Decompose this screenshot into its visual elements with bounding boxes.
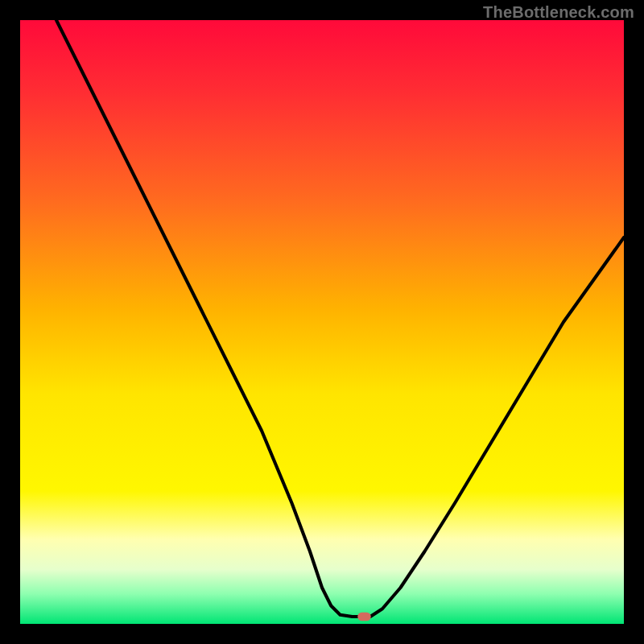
bottleneck-chart	[20, 20, 624, 624]
optimum-marker	[357, 613, 371, 621]
chart-frame: TheBottleneck.com	[0, 0, 644, 644]
watermark-text: TheBottleneck.com	[483, 3, 634, 22]
gradient-background	[20, 20, 624, 624]
